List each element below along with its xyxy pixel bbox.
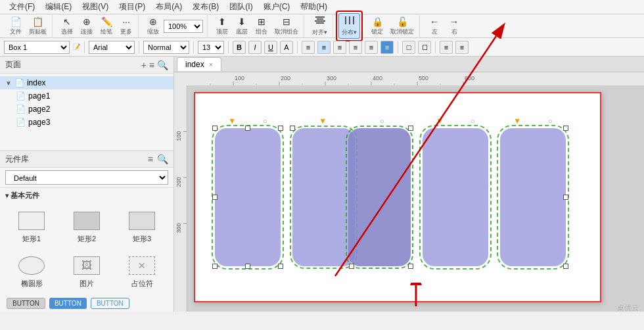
bottom-layer-icon: ⬇ <box>238 16 246 27</box>
menu-view[interactable]: 视图(V) <box>77 0 114 14</box>
bottom-layer-button[interactable]: ⬇ 底层 <box>233 15 251 37</box>
size-select[interactable]: 13 <box>198 41 224 54</box>
box-name-select[interactable]: Box 1 <box>4 41 70 54</box>
tree-item-page1[interactable]: 📄 page1 <box>0 89 173 103</box>
tab-index[interactable]: index × <box>177 57 221 71</box>
align-v-button[interactable]: ≡ <box>365 41 378 54</box>
box-icon[interactable]: 📝 <box>72 43 80 51</box>
shape2-handle-bm[interactable] <box>349 264 354 269</box>
left-button[interactable]: ← 左 <box>425 15 444 37</box>
oval-component[interactable]: 椭圆形 <box>7 252 57 291</box>
italic-button[interactable]: I <box>248 41 262 54</box>
align-left-button[interactable]: ≡ <box>302 41 315 54</box>
more-format-button[interactable]: ≡ <box>380 41 394 54</box>
shape3-wrapper[interactable]: ▼ ○ <box>423 128 488 266</box>
zoom-select[interactable]: 100% 75% 150% <box>164 20 203 33</box>
font-select[interactable]: Arial <box>89 41 135 54</box>
component-lib-icons: ≡ 🔍 <box>148 154 168 164</box>
svg-rect-6 <box>353 16 354 24</box>
button-gray-component[interactable]: BUTTON <box>7 298 45 309</box>
placeholder-component[interactable]: ✕ 占位符 <box>117 252 167 291</box>
canvas-scroll[interactable]: 100 200 300 ▼ <box>174 85 644 312</box>
ungroup-button[interactable]: ⊟ 取消组合 <box>272 15 301 37</box>
menu-help[interactable]: 帮助(H) <box>295 0 333 14</box>
handle-tr[interactable] <box>278 126 283 131</box>
handle-tl[interactable] <box>212 126 218 131</box>
shape4-handle-br[interactable] <box>563 264 568 269</box>
handle-bm[interactable] <box>245 264 250 269</box>
separator4 <box>228 41 229 53</box>
rect1-component[interactable]: 矩形1 <box>7 207 57 247</box>
more-button[interactable]: ··· 更多 <box>117 15 135 37</box>
menu-publish[interactable]: 发布(B) <box>187 0 224 14</box>
pages-title: 页面 <box>5 59 21 70</box>
pages-search-icon[interactable]: 🔍 <box>157 60 168 70</box>
shape2-wrapper[interactable]: ▼ ○ <box>292 128 411 266</box>
top-layer-button[interactable]: ⬆ 顶层 <box>213 15 231 37</box>
align-justify-button[interactable]: ≡ <box>349 41 362 54</box>
extra-button1[interactable]: ≡ <box>440 41 453 54</box>
menu-team[interactable]: 团队(I) <box>224 0 258 14</box>
unlock-button[interactable]: 🔓 取消锁定 <box>388 15 417 37</box>
index-label: index <box>27 78 46 87</box>
bold-button[interactable]: B <box>233 41 246 54</box>
menu-project[interactable]: 项目(P) <box>114 0 150 14</box>
left-arrow-icon: ← <box>430 16 439 27</box>
component-filter-select[interactable]: Default <box>5 170 168 185</box>
clipboard-icon: 📋 <box>32 16 43 27</box>
right-button[interactable]: → 右 <box>445 15 463 37</box>
connect-button[interactable]: ⊕ 连接 <box>78 15 96 37</box>
tree-item-index[interactable]: ▼ 📄 index <box>0 76 173 89</box>
component-grid: 矩形1 矩形2 矩形3 椭圆形 <box>0 203 173 295</box>
distribute-button[interactable]: 分布▾ <box>338 13 360 39</box>
extra-button2[interactable]: ≡ <box>455 41 469 54</box>
tree-item-page2[interactable]: 📄 page2 <box>0 103 173 116</box>
border-button[interactable]: □ <box>402 41 415 54</box>
shape2-handle-br[interactable] <box>408 264 413 269</box>
button-blue-component[interactable]: BUTTON <box>49 298 87 309</box>
underline-button[interactable]: U <box>264 41 277 54</box>
pages-menu-icon[interactable]: ≡ <box>149 60 154 70</box>
rect3-component[interactable]: 矩形3 <box>117 207 167 247</box>
handle-tm[interactable] <box>245 126 250 131</box>
component-lib-search-icon[interactable]: 🔍 <box>157 154 168 164</box>
clipboard-button[interactable]: 📋 剪贴板 <box>26 15 49 37</box>
align-right-button[interactable]: ≡ <box>333 41 346 54</box>
rect2-component[interactable]: 矩形2 <box>62 207 112 247</box>
style-select[interactable]: Normal <box>143 41 189 54</box>
zoom-button[interactable]: ⊕ 缩放 <box>144 15 162 37</box>
select-button[interactable]: ↖ 选择 <box>58 15 76 37</box>
pages-add-icon[interactable]: + <box>141 60 147 70</box>
menu-account[interactable]: 账户(C) <box>258 0 296 14</box>
menu-edit[interactable]: 编辑(E) <box>40 0 77 14</box>
handle-ml[interactable] <box>212 195 218 200</box>
image-component[interactable]: 🖼 图片 <box>62 252 112 291</box>
align-button[interactable]: 对齐▾ <box>310 14 330 38</box>
tree-item-page3[interactable]: 📄 page3 <box>0 116 173 129</box>
handle-bl[interactable] <box>212 264 218 269</box>
color-button[interactable]: A <box>280 41 293 54</box>
menu-layout[interactable]: 布局(A) <box>150 0 187 14</box>
svg-rect-26 <box>174 85 187 312</box>
sketch-button[interactable]: ✏️ 绘笔 <box>97 15 116 37</box>
shape2-handle-tl[interactable] <box>290 126 295 131</box>
menu-file[interactable]: 文件(F) <box>4 0 40 14</box>
fill-button[interactable]: ◻ <box>418 41 431 54</box>
canvas-content[interactable]: ▼ ○ <box>187 85 644 312</box>
handle-br[interactable] <box>278 264 283 269</box>
button-outline-component[interactable]: BUTTON <box>91 298 129 309</box>
main-toolbar: 📄 文件 📋 剪贴板 ↖ 选择 ⊕ 连接 ✏️ 绘笔 ··· 更多 ⊕ 缩放 <box>0 14 644 38</box>
shape4-wrapper[interactable]: ▼ ○ <box>500 128 566 266</box>
shape2-handle-tr[interactable] <box>408 126 413 131</box>
shape4-handle-mr[interactable] <box>563 195 568 200</box>
lock-button[interactable]: 🔒 锁定 <box>368 15 386 37</box>
shape4-handle-tr[interactable] <box>563 126 568 131</box>
align-center-button[interactable]: ≡ <box>317 41 331 54</box>
more-icon: ··· <box>122 16 130 27</box>
shape1-wrapper[interactable]: ▼ ○ <box>215 128 281 266</box>
new-button[interactable]: 📄 文件 <box>7 15 25 37</box>
component-lib-menu-icon[interactable]: ≡ <box>148 154 153 164</box>
svg-text:300: 300 <box>175 223 182 233</box>
group-button[interactable]: ⊞ 组合 <box>252 15 271 37</box>
tab-close-icon[interactable]: × <box>209 61 213 68</box>
